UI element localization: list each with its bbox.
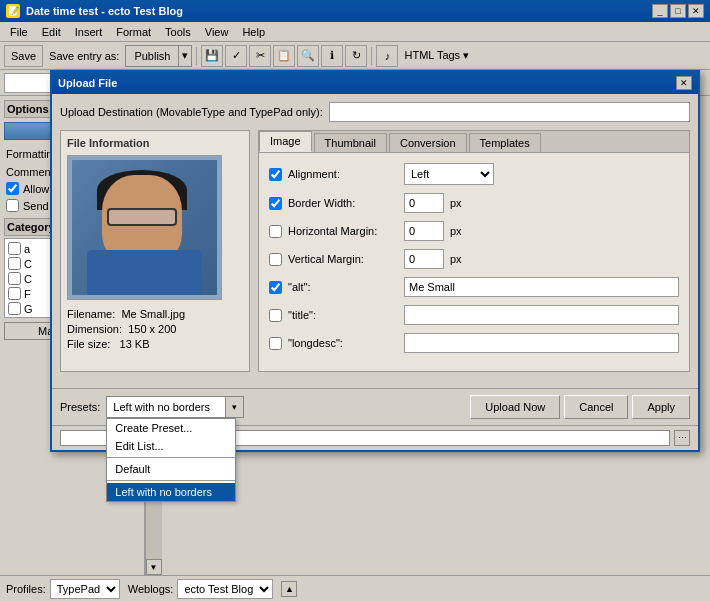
- file-preview: [67, 155, 222, 300]
- publish-dropdown: Publish ▾: [125, 45, 192, 67]
- photo-preview: [72, 160, 217, 295]
- save-icon-button[interactable]: 💾: [201, 45, 223, 67]
- upload-now-button[interactable]: Upload Now: [470, 395, 560, 419]
- dropdown-separator-2: [107, 480, 235, 481]
- maximize-button[interactable]: □: [670, 4, 686, 18]
- border-width-row: Border Width: px: [269, 193, 679, 213]
- horiz-margin-input[interactable]: [404, 221, 444, 241]
- tabs-panel: Image Thumbnail Conversion Templates Ali…: [258, 130, 690, 372]
- longdesc-checkbox[interactable]: [269, 337, 282, 350]
- cat-checkbox-f[interactable]: [8, 287, 21, 300]
- dialog-title-bar: Upload File ✕: [52, 72, 698, 94]
- info-button[interactable]: ℹ: [321, 45, 343, 67]
- cat-checkbox-a[interactable]: [8, 242, 21, 255]
- vert-margin-label: Vertical Margin:: [288, 253, 398, 265]
- status-bar: Profiles: TypePad Weblogs: ecto Test Blo…: [0, 575, 710, 601]
- presets-value-display: Left with no borders: [106, 396, 226, 418]
- cat-checkbox-c1[interactable]: [8, 257, 21, 270]
- cat-checkbox-c2[interactable]: [8, 272, 21, 285]
- profiles-label: Profiles:: [6, 583, 46, 595]
- title-checkbox[interactable]: [269, 309, 282, 322]
- weblogs-section: Weblogs: ecto Test Blog: [128, 579, 274, 599]
- border-width-label: Border Width:: [288, 197, 398, 209]
- weblogs-select[interactable]: ecto Test Blog: [177, 579, 273, 599]
- alt-checkbox[interactable]: [269, 281, 282, 294]
- dimension-label: Dimension:: [67, 323, 122, 335]
- dimension-value: 150 x 200: [128, 323, 176, 335]
- vert-margin-input[interactable]: [404, 249, 444, 269]
- tab-thumbnail[interactable]: Thumbnail: [314, 133, 387, 152]
- filename-label: Filename:: [67, 308, 115, 320]
- scroll-down-button[interactable]: ▼: [146, 559, 162, 575]
- title-label: "title":: [288, 309, 398, 321]
- toolbar: Save Save entry as: Publish ▾ 💾 ✓ ✂ 📋 🔍 …: [0, 42, 710, 70]
- menu-tools[interactable]: Tools: [159, 25, 197, 39]
- cat-checkbox-g[interactable]: [8, 302, 21, 315]
- horiz-margin-checkbox[interactable]: [269, 225, 282, 238]
- longdesc-input[interactable]: [404, 333, 679, 353]
- tab-conversion[interactable]: Conversion: [389, 133, 467, 152]
- publish-dropdown-arrow[interactable]: ▾: [179, 45, 192, 67]
- menu-insert[interactable]: Insert: [69, 25, 109, 39]
- profiles-section: Profiles: TypePad: [6, 579, 120, 599]
- preset-create[interactable]: Create Preset...: [107, 419, 235, 437]
- menu-help[interactable]: Help: [236, 25, 271, 39]
- destination-row: Upload Destination (MovableType and Type…: [60, 102, 690, 122]
- allow-checkbox[interactable]: [6, 182, 19, 195]
- close-button[interactable]: ✕: [688, 4, 704, 18]
- preset-left-no-borders[interactable]: Left with no borders: [107, 483, 235, 501]
- menu-format[interactable]: Format: [110, 25, 157, 39]
- filename-row: Filename: Me Small.jpg: [67, 308, 243, 320]
- profiles-select[interactable]: TypePad: [50, 579, 120, 599]
- alt-input[interactable]: [404, 277, 679, 297]
- dialog-content: File Information Filename: Me Small.jpg: [60, 130, 690, 372]
- copy-button[interactable]: 📋: [273, 45, 295, 67]
- dimension-row: Dimension: 150 x 200: [67, 323, 243, 335]
- border-width-checkbox[interactable]: [269, 197, 282, 210]
- preset-default[interactable]: Default: [107, 460, 235, 478]
- tab-image[interactable]: Image: [259, 131, 312, 152]
- title-row: "title":: [269, 305, 679, 325]
- dialog-close-button[interactable]: ✕: [676, 76, 692, 90]
- alignment-select[interactable]: Left Right Center None: [404, 163, 494, 185]
- preset-edit[interactable]: Edit List...: [107, 437, 235, 455]
- presets-row: Presets: Left with no borders ▾ Create P…: [52, 388, 698, 425]
- border-width-input[interactable]: [404, 193, 444, 213]
- search-button[interactable]: 🔍: [297, 45, 319, 67]
- photo-shirt: [87, 250, 202, 295]
- music-button[interactable]: ♪: [376, 45, 398, 67]
- status-scroll-arrow[interactable]: ▲: [281, 581, 297, 597]
- save-entry-as-label: Save entry as:: [45, 50, 123, 62]
- tab-templates[interactable]: Templates: [469, 133, 541, 152]
- presets-dropdown-arrow[interactable]: ▾: [226, 396, 244, 418]
- filesize-row: File size: 13 KB: [67, 338, 243, 350]
- border-width-unit: px: [450, 197, 462, 209]
- refresh-button[interactable]: ↻: [345, 45, 367, 67]
- spellcheck-button[interactable]: ✓: [225, 45, 247, 67]
- file-info-title: File Information: [67, 137, 243, 149]
- apply-button[interactable]: Apply: [632, 395, 690, 419]
- vert-margin-checkbox[interactable]: [269, 253, 282, 266]
- dialog-body: Upload Destination (MovableType and Type…: [52, 94, 698, 380]
- window-title: Date time test - ecto Test Blog: [26, 5, 183, 17]
- cut-button[interactable]: ✂: [249, 45, 271, 67]
- dropdown-separator-1: [107, 457, 235, 458]
- toolbar-separator-1: [196, 47, 197, 65]
- send-checkbox[interactable]: [6, 199, 19, 212]
- html-tags-label[interactable]: HTML Tags ▾: [400, 49, 473, 62]
- destination-input[interactable]: [329, 102, 690, 122]
- progress-arrow[interactable]: ⋯: [674, 430, 690, 446]
- alignment-checkbox[interactable]: [269, 168, 282, 181]
- publish-button[interactable]: Publish: [125, 45, 179, 67]
- minimize-button[interactable]: _: [652, 4, 668, 18]
- save-button[interactable]: Save: [4, 45, 43, 67]
- cancel-button[interactable]: Cancel: [564, 395, 628, 419]
- horiz-margin-label: Horizontal Margin:: [288, 225, 398, 237]
- cat-checkbox-r[interactable]: [8, 317, 21, 318]
- title-input[interactable]: [404, 305, 679, 325]
- file-info-panel: File Information Filename: Me Small.jpg: [60, 130, 250, 372]
- vert-margin-row: Vertical Margin: px: [269, 249, 679, 269]
- menu-file[interactable]: File: [4, 25, 34, 39]
- menu-edit[interactable]: Edit: [36, 25, 67, 39]
- menu-view[interactable]: View: [199, 25, 235, 39]
